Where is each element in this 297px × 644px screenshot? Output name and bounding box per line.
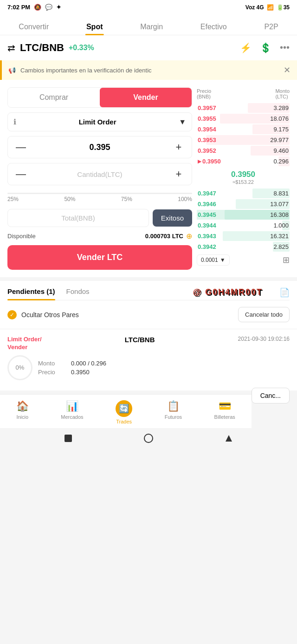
pair-header: ⇄ LTC/BNB +0.33% ⚡ 💲 ••• <box>0 35 297 60</box>
status-bar: 7:02 PM 🔕 💬 ✦ Voz 4G 📶 🔋35 <box>0 0 297 14</box>
ob-bid-3: 0.3945 16.308 <box>197 210 290 220</box>
tab-spot[interactable]: Spot <box>79 19 110 35</box>
price-minus-button[interactable]: — <box>14 141 27 153</box>
notification-icon: 🔕 <box>34 4 41 11</box>
pendientes-section: Pendientes (1) Fondos @ G0H4MR00T 📄 <box>0 281 297 300</box>
vender-ltc-button[interactable]: Vender LTC <box>7 245 192 270</box>
android-recents-button[interactable] <box>223 433 234 444</box>
markets-icon: 📊 <box>66 400 78 412</box>
status-left: 7:02 PM 🔕 💬 ✦ <box>7 4 61 11</box>
nav-billeteras-label: Billeteras <box>214 414 235 420</box>
ob-ask-5: 0.3952 9.460 <box>197 146 290 156</box>
ob-mid-price: 0.3950 ≈$153.22 <box>197 167 290 188</box>
carrier: Voz 4G <box>245 4 264 11</box>
status-time: 7:02 PM <box>7 4 30 11</box>
swap-icon[interactable]: ⇄ <box>7 42 15 53</box>
status-right: Voz 4G 📶 🔋35 <box>245 4 290 11</box>
qty-plus-button[interactable]: + <box>172 168 185 180</box>
document-icon[interactable]: 📄 <box>279 287 290 300</box>
ob-bid-4: 0.3944 1.000 <box>197 221 290 230</box>
ob-bid-6: 0.3942 2.825 <box>197 242 290 252</box>
ob-precision-dropdown[interactable]: 0.0001 ▼ <box>197 254 230 266</box>
buy-button[interactable]: Comprar <box>8 88 100 107</box>
tab-efectivo[interactable]: Efectivo <box>193 19 234 35</box>
ocultar-row: ✓ Ocultar Otros Pares Cancelar todo <box>0 300 297 329</box>
buy-sell-toggle: Comprar Vender <box>7 87 192 108</box>
nav-trades-label: Trades <box>116 419 132 424</box>
battery-icon: 🔋35 <box>277 4 290 11</box>
banner-text: Cambios importantes en la verificación d… <box>20 67 279 74</box>
cancel-order-button[interactable]: Canc... <box>252 388 290 403</box>
pct-100[interactable]: 100% <box>178 196 192 202</box>
order-details: 0% Monto 0.000 / 0.296 Precio 0.3950 <box>7 355 290 380</box>
qty-input[interactable]: Cantidad(LTC) <box>31 170 168 178</box>
ob-controls: 0.0001 ▼ ⊞ <box>197 254 290 266</box>
ob-ask-4: 0.3953 29.977 <box>197 135 290 145</box>
tab-p2p[interactable]: P2P <box>257 19 285 35</box>
nav-futuros-label: Futuros <box>165 414 182 420</box>
tab-fondos[interactable]: Fondos <box>66 287 90 300</box>
svg-point-1 <box>144 434 153 442</box>
wallet-icon: 💳 <box>219 400 231 412</box>
banner-close[interactable]: ✕ <box>284 65 291 75</box>
order-datetime: 2021-09-30 19:02:16 <box>238 336 290 342</box>
main-content: Comprar Vender ℹ Limit Order ▼ — 0.395 +… <box>0 80 297 277</box>
android-home-button[interactable] <box>143 433 154 444</box>
futures-icon: 📋 <box>167 400 180 412</box>
ob-header: Precio(BNB) Monto(LTC) <box>197 87 290 102</box>
ob-layout-icon[interactable]: ⊞ <box>283 255 290 265</box>
pct-track[interactable] <box>7 193 192 194</box>
trades-icon: 🔄 <box>116 400 132 417</box>
price-input[interactable]: 0.395 <box>31 143 168 152</box>
pct-75[interactable]: 75% <box>121 196 132 202</box>
nav-tabs: Convertir Spot Margin Efectivo P2P <box>0 14 297 35</box>
price-input-row: — 0.395 + <box>7 136 192 158</box>
nav-trades[interactable]: 🔄 Trades <box>116 400 132 424</box>
chevron-down-icon: ▼ <box>220 257 226 263</box>
pair-change: +0.33% <box>69 44 94 52</box>
disponible-row: Disponible 0.000703 LTC ⊕ <box>7 232 192 241</box>
disponible-label: Disponible <box>7 233 36 240</box>
nav-billeteras[interactable]: 💳 Billeteras <box>214 400 235 424</box>
sell-button[interactable]: Vender <box>100 88 192 107</box>
nav-inicio-label: Inicio <box>16 414 28 420</box>
android-nav-bar <box>0 428 297 449</box>
nav-futuros[interactable]: 📋 Futuros <box>165 400 182 424</box>
ob-bid-2: 0.3946 13.077 <box>197 199 290 209</box>
tab-convertir[interactable]: Convertir <box>11 19 56 35</box>
order-monto-row: Monto 0.000 / 0.296 <box>38 360 106 367</box>
pct-25[interactable]: 25% <box>7 196 19 202</box>
nav-mercados-label: Mercados <box>61 414 83 420</box>
more-icon[interactable]: ••• <box>280 42 290 53</box>
order-item: Limit Order/ Vender LTC/BNB 2021-09-30 1… <box>0 329 297 390</box>
order-form: Comprar Vender ℹ Limit Order ▼ — 0.395 +… <box>7 87 192 270</box>
signal-icon: 📶 <box>267 4 274 11</box>
ob-ask-3: 0.3954 9.175 <box>197 124 290 134</box>
home-icon: 🏠 <box>16 400 29 412</box>
cancelar-todo-button[interactable]: Cancelar todo <box>238 307 290 322</box>
total-input[interactable]: Total(BNB) <box>7 209 149 227</box>
tab-pendientes[interactable]: Pendientes (1) <box>7 287 55 300</box>
chart-icon[interactable]: ⚡ <box>240 42 252 53</box>
order-progress-circle: 0% <box>7 355 32 380</box>
nav-inicio[interactable]: 🏠 Inicio <box>16 400 29 424</box>
price-plus-button[interactable]: + <box>172 141 185 153</box>
pct-50[interactable]: 50% <box>64 196 75 202</box>
pendientes-tabs: Pendientes (1) Fondos @ G0H4MR00T 📄 <box>7 281 290 300</box>
ob-qty-header: Monto(LTC) <box>275 88 290 99</box>
pair-name[interactable]: LTC/BNB <box>20 42 64 54</box>
nav-mercados[interactable]: 📊 Mercados <box>61 400 83 424</box>
dollar-icon[interactable]: 💲 <box>260 42 271 53</box>
megaphone-icon: 📢 <box>8 67 16 74</box>
exitoso-button[interactable]: Exitoso <box>153 209 192 227</box>
monto-value: 0.000 / 0.296 <box>71 360 106 367</box>
watermark: @ G0H4MR00T <box>193 287 263 300</box>
qty-minus-button[interactable]: — <box>14 168 27 180</box>
add-funds-icon[interactable]: ⊕ <box>186 232 192 241</box>
order-type-label: Limit Order <box>20 118 175 126</box>
svg-marker-2 <box>226 435 232 442</box>
android-back-button[interactable] <box>63 433 74 444</box>
ocultar-checkbox[interactable]: ✓ <box>7 310 17 319</box>
tab-margin[interactable]: Margin <box>133 19 170 35</box>
order-type-selector[interactable]: ℹ Limit Order ▼ <box>7 112 192 131</box>
